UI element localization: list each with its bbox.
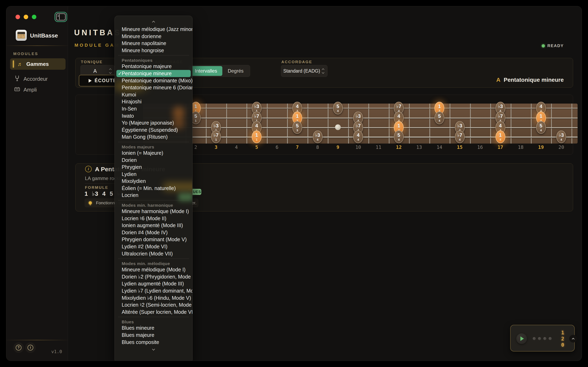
fret-number: 20 xyxy=(551,145,571,150)
menu-item[interactable]: Mineure hongroise xyxy=(115,47,192,54)
note-marker[interactable]: 53 xyxy=(292,121,302,134)
note-interval: 1 xyxy=(398,123,400,128)
note-marker-root[interactable]: 14 xyxy=(495,131,505,143)
menu-item[interactable]: Ultralocrien (Mode VII) xyxy=(115,250,192,257)
sidebar-toggle-icon[interactable] xyxy=(56,13,66,20)
fret-number: 6 xyxy=(267,145,287,150)
sidebar-item-label: Ampli xyxy=(24,87,37,93)
menu-item[interactable]: Mineure mélodique (Mode I) xyxy=(115,266,192,273)
note-marker-root[interactable]: 11 xyxy=(252,131,261,143)
menu-item[interactable]: Locrien xyxy=(115,192,192,199)
note-marker[interactable]: 54 xyxy=(333,102,343,114)
sidebar-item-label: Accordeur xyxy=(24,76,48,82)
note-interval: ♭3 xyxy=(356,114,361,119)
note-finger: 4 xyxy=(439,119,440,122)
menu-item[interactable]: Mineure mélodique (Jazz minor) xyxy=(115,26,192,33)
menu-item[interactable]: Ionien augmenté (Mode III) xyxy=(115,222,192,229)
note-interval: 1 xyxy=(438,104,441,109)
menu-item[interactable]: Blues composite xyxy=(115,339,192,346)
menu-item[interactable]: Pentatonique majeure xyxy=(115,63,192,70)
note-finger: 3 xyxy=(296,128,298,132)
version-label: v1.0 xyxy=(51,349,62,354)
menu-item[interactable]: Yo (Majeure japonaise) xyxy=(115,119,192,126)
menu-item[interactable]: Mineure napolitaine xyxy=(115,40,192,47)
fret-number: 7 xyxy=(287,145,307,150)
menu-item[interactable]: Altérée (Super locrien, Mode VII) xyxy=(115,309,192,316)
menu-item[interactable]: Égyptienne (Suspended) xyxy=(115,126,192,133)
fret-number: 14 xyxy=(429,145,450,150)
beat-dot xyxy=(538,337,541,340)
menu-item[interactable]: Hirajoshi xyxy=(115,98,192,105)
menu-item[interactable]: Blues majeure xyxy=(115,332,192,339)
status-text: READY xyxy=(547,43,564,48)
menu-item[interactable]: Lydien #2 (Mode VI) xyxy=(115,243,192,250)
menu-item[interactable]: Lydien xyxy=(115,171,192,178)
note-interval: 5 xyxy=(337,104,339,109)
note-interval: ♭7 xyxy=(214,133,219,138)
scroll-up-indicator[interactable] xyxy=(115,19,192,26)
note-interval: ♭3 xyxy=(559,133,564,138)
note-interval: ♭7 xyxy=(396,104,401,109)
menu-item[interactable]: Locrien ♮6 (Mode II) xyxy=(115,215,192,222)
menu-item[interactable]: Dorien ♭2 (Phrygidorien, Mode II) xyxy=(115,273,192,280)
sidebar-divider xyxy=(6,340,68,340)
menu-item[interactable]: Pentatonique mineure 6 (Dorian) xyxy=(115,84,192,91)
bpm-readout[interactable]: 120 xyxy=(559,330,566,348)
menu-item[interactable]: ✓Pentatonique mineure xyxy=(116,70,191,77)
menu-item[interactable]: Ionien (= Majeure) xyxy=(115,150,192,157)
note-interval: ♭7 xyxy=(356,123,361,128)
menu-divider xyxy=(118,317,189,317)
menu-item[interactable]: Mineure harmonique (Mode I) xyxy=(115,208,192,215)
note-marker[interactable]: ♭34 xyxy=(556,131,566,143)
note-marker[interactable]: ♭74 xyxy=(455,131,465,143)
menu-item[interactable]: Phrygien xyxy=(115,164,192,171)
menu-item[interactable]: In-Sen xyxy=(115,105,192,112)
note-interval: ♭3 xyxy=(498,104,503,109)
menu-item[interactable]: Éolien (= Min. naturelle) xyxy=(115,185,192,192)
menu-item[interactable]: Phrygien dominant (Mode V) xyxy=(115,236,192,243)
minimize-button[interactable] xyxy=(24,15,28,19)
play-button[interactable] xyxy=(516,333,527,344)
tuning-fork-icon xyxy=(14,75,21,82)
scroll-down-indicator[interactable] xyxy=(115,346,192,352)
menu-item[interactable]: Dorien #4 (Mode IV) xyxy=(115,229,192,236)
fret-number: 5 xyxy=(246,145,267,150)
note-marker[interactable]: ♭34 xyxy=(313,131,323,143)
accordage-select[interactable]: Standard (EADG) xyxy=(281,65,328,77)
note-interval: 1 xyxy=(194,104,197,109)
note-marker[interactable]: ♭71 xyxy=(211,131,221,143)
menu-item[interactable]: Lydien ♭7 (Lydien dominant, Mode IV) xyxy=(115,287,192,294)
accordage-value: Standard (EADG) xyxy=(281,68,322,74)
note-marker[interactable]: 54 xyxy=(536,121,546,134)
fret-number: 18 xyxy=(510,145,531,150)
menu-item[interactable]: Man Gong (Ritusen) xyxy=(115,133,192,141)
expand-button[interactable] xyxy=(569,335,577,342)
zoom-button[interactable] xyxy=(32,15,36,19)
app-logo: ● ● ● ● xyxy=(16,30,27,41)
sidebar-item-gammes[interactable]: ♬ Gammes xyxy=(10,58,66,70)
menu-item[interactable]: Mixolydien xyxy=(115,178,192,185)
menu-item[interactable]: Lydien augmenté (Mode III) xyxy=(115,280,192,287)
toggle-intervalles[interactable]: Intervalles xyxy=(190,66,222,76)
menu-item[interactable]: Iwato xyxy=(115,112,192,119)
about-button[interactable]: i xyxy=(25,342,36,353)
close-button[interactable] xyxy=(16,15,20,19)
note-finger: 1 xyxy=(215,138,217,141)
help-button[interactable]: ? xyxy=(13,342,24,353)
accordage-label: ACCORDAGE xyxy=(281,60,312,64)
sidebar-item-ampli[interactable]: Ampli xyxy=(10,84,66,95)
status-indicator: READY xyxy=(542,43,564,48)
menu-item[interactable]: Dorien xyxy=(115,157,192,164)
display-mode-toggle: Intervalles Degrés xyxy=(188,65,250,77)
scale-dropdown-menu: Mineure mélodique (Jazz minor)Mineure do… xyxy=(114,16,192,361)
toggle-degres[interactable]: Degrés xyxy=(222,68,249,74)
menu-item[interactable]: Pentatonique dominante (Mixo) xyxy=(115,77,192,84)
menu-item[interactable]: Locrien ♮2 (Semi-locrien, Mode VI) xyxy=(115,301,192,309)
note-interval: ♭3 xyxy=(254,104,259,109)
menu-item[interactable]: Mixolydien ♭6 (Hindu, Mode V) xyxy=(115,294,192,301)
sidebar-item-accordeur[interactable]: Accordeur xyxy=(10,73,66,85)
menu-item[interactable]: Mineure dorienne xyxy=(115,33,192,40)
menu-item[interactable]: Kumoi xyxy=(115,91,192,98)
menu-section-label: Pentatoniques xyxy=(115,58,192,63)
menu-item[interactable]: Blues mineure xyxy=(115,324,192,332)
